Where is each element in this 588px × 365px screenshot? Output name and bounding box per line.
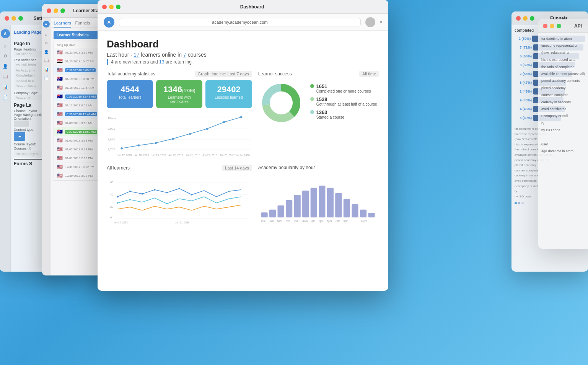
new-learners-label: 4 are new learners and [111,59,159,65]
flag-icon: 🇦🇺 [57,76,63,81]
ls-gear-icon[interactable]: ⚙ [44,41,48,45]
settings-chart-icon[interactable]: 📊 [3,85,8,90]
api-minimize[interactable] [550,24,554,28]
certificates-value: 1346(1746) [161,85,198,95]
funnels-maximize[interactable] [530,16,534,21]
db-minimize[interactable] [109,5,114,9]
traffic-lights [5,16,23,21]
last-hour-label: Last hour · [107,52,134,58]
svg-point-11 [172,138,174,140]
learner-success-header: Learner success All time [258,71,379,77]
svg-text:9,920: 9,920 [108,127,115,130]
ls-home-icon[interactable]: ⌂ [45,32,47,36]
popularity-section: Academy popularity by hour [258,165,379,228]
courses-link[interactable]: 7 [183,52,186,58]
svg-rect-48 [269,210,276,217]
settings-file-icon[interactable]: 📄 [3,95,8,100]
funnels-minimize[interactable] [523,16,528,21]
settings-logo: A [1,29,10,38]
chevron-down-icon[interactable]: ▾ [380,20,382,25]
api-content: ter datetime in atom timezone representa… [538,33,588,159]
ls-book-icon[interactable]: 📖 [44,59,49,63]
svg-text:Jan 20, 2018: Jan 20, 2018 [168,154,183,157]
svg-text:9pm: 9pm [343,220,348,223]
ls-file-icon[interactable]: 📄 [44,76,49,80]
svg-point-36 [117,196,118,197]
last-14-days-filter[interactable]: Last 14 days [222,165,252,171]
ls-tab-learners[interactable]: Learners [54,21,71,28]
legend-item-started: 1363 Started a course [310,109,379,119]
main-stats-row: Total academy statistics Graph timeline:… [107,71,379,159]
ls-close[interactable] [47,8,51,13]
api-close[interactable] [543,24,547,28]
all-time-filter[interactable]: All time [359,71,379,77]
svg-text:3am: 3am [269,220,274,222]
svg-point-8 [121,147,123,149]
flag-icon: 🇺🇸 [57,138,63,143]
flag-icon: 🇺🇸 [57,155,63,161]
flag-icon: 🇺🇸 [57,50,63,55]
learners-online-link[interactable]: 17 [134,52,140,58]
graph-timeline-filter[interactable]: Graph timeline: Last 7 days [195,71,252,77]
svg-point-40 [166,192,168,193]
svg-text:Jan 24, 2018: Jan 24, 2018 [235,154,250,157]
legend-dot-green [310,84,314,88]
lessons-card: 29402 Lessons learned [205,80,252,108]
svg-point-27 [270,92,292,114]
ls-maximize[interactable] [60,8,65,13]
svg-point-41 [179,188,180,189]
svg-rect-60 [368,213,375,217]
svg-text:5am: 5am [277,220,282,222]
maximize-button[interactable] [18,16,23,21]
svg-text:20: 20 [110,205,113,209]
flag-icon: 🇺🇸 [57,173,63,178]
dashboard-content: Dashboard Last hour · 17 learners online… [98,31,388,291]
ls-minimize[interactable] [54,8,58,13]
api-titlebar: API [538,19,588,33]
svg-rect-57 [343,199,350,217]
ls-traffic-lights [47,8,65,13]
svg-text:7pm: 7pm [335,220,340,223]
api-title: API [561,23,588,29]
stat-cards-container: 4544 Total learners 1346(1746) Learners … [107,80,252,108]
settings-home-icon[interactable]: ⌂ [4,44,7,48]
legend-dot-light-green [310,97,314,101]
settings-gear-icon[interactable]: ⚙ [3,54,7,59]
svg-text:10,0...: 10,0... [108,116,116,119]
minimize-button[interactable] [11,16,16,21]
svg-point-42 [191,194,192,196]
svg-point-37 [129,191,130,192]
svg-text:11pm: 11pm [361,220,367,223]
learner-success-title: Learner success [258,71,292,77]
svg-text:11am: 11am [301,220,308,222]
flag-icon: 🇺🇸 [57,120,63,125]
api-maximize[interactable] [557,24,561,28]
all-learners-header: All learners Last 14 days [107,165,252,171]
db-maximize[interactable] [116,5,121,9]
settings-user-icon[interactable]: 👤 [3,64,8,69]
settings-book-icon[interactable]: 📖 [3,74,8,79]
ls-tab-funnels[interactable]: Funnels [75,21,90,28]
returning-suffix: are returning [166,59,192,65]
url-bar[interactable]: academy.academyocean.com [119,18,361,26]
close-button[interactable] [5,16,9,21]
user-avatar[interactable] [365,17,375,27]
flag-icon: 🇺🇸 [57,111,63,117]
ls-chart-icon[interactable]: 📊 [44,67,49,72]
db-close[interactable] [102,5,107,9]
popularity-title: Academy popularity by hour [258,165,315,170]
funnels-close[interactable] [516,16,521,21]
svg-rect-59 [360,210,366,217]
ls-logo: A [43,21,50,28]
subtitle-suffix: courses [188,52,207,58]
dashboard-subtitle: Last hour · 17 learners online in 7 cour… [107,52,379,58]
certificates-label: Learners with certificates [161,95,198,104]
returning-link[interactable]: 13 [159,59,164,65]
svg-text:0: 0 [110,216,112,219]
svg-rect-47 [261,212,267,217]
api-window: API ter datetime in atom timezone repres… [538,19,588,249]
donut-container: 1651 Completed one or more courses 1528 … [258,80,379,126]
ls-user-icon[interactable]: 👤 [44,50,49,54]
svg-rect-50 [286,200,292,217]
svg-text:Jan 22, 2018: Jan 22, 2018 [202,154,217,157]
